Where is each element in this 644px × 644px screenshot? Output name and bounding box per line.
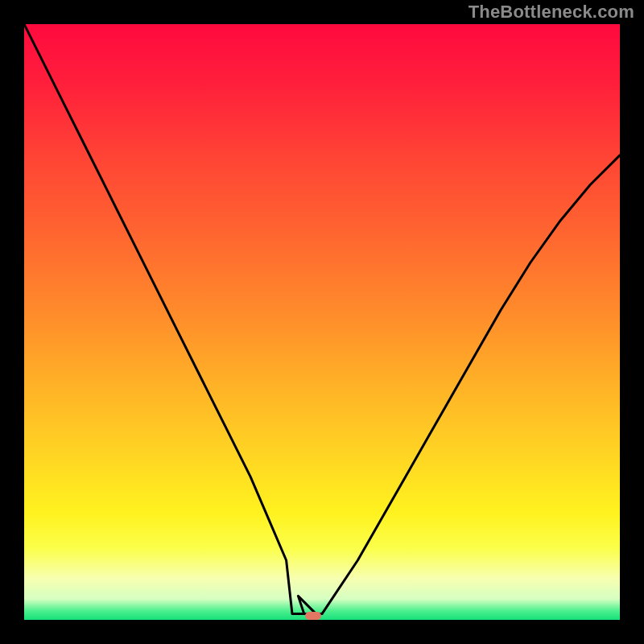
bottleneck-curve	[24, 24, 620, 620]
stage: TheBottleneck.com	[0, 0, 644, 644]
plot-area	[24, 24, 620, 620]
curve-path	[24, 24, 620, 614]
optimum-marker	[305, 612, 321, 620]
watermark-text: TheBottleneck.com	[469, 2, 634, 23]
